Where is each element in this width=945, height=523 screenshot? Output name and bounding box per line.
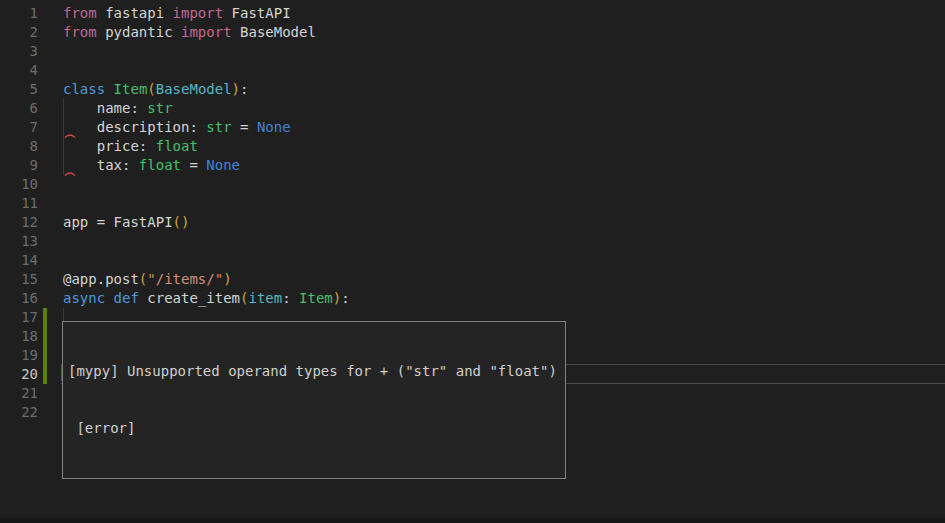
code-token: from — [63, 24, 97, 40]
line-number[interactable]: 19 — [0, 346, 38, 365]
code-line: 12app = FastAPI() — [0, 213, 945, 232]
git-gutter — [43, 137, 47, 156]
code-line-content[interactable] — [63, 42, 945, 61]
code-line: 6 name: str — [0, 99, 945, 118]
code-editor[interactable]: 1from fastapi import FastAPI2from pydant… — [0, 0, 945, 523]
code-token: = — [232, 119, 257, 135]
window-bottom-edge — [0, 518, 945, 523]
code-line-content[interactable]: price: float — [63, 137, 945, 156]
line-number[interactable]: 9 — [0, 156, 38, 175]
code-token: FastAPI — [223, 5, 290, 21]
code-line-content[interactable] — [63, 251, 945, 270]
git-gutter-added-bar — [43, 327, 47, 346]
code-line-content[interactable] — [63, 175, 945, 194]
code-token: Item — [114, 81, 148, 97]
line-number[interactable]: 11 — [0, 194, 38, 213]
line-number[interactable]: 7 — [0, 118, 38, 137]
git-gutter-added-bar — [43, 346, 47, 365]
code-token: ) — [232, 81, 240, 97]
code-line-content[interactable]: name: str — [63, 99, 945, 118]
line-number[interactable]: 14 — [0, 251, 38, 270]
code-token: BaseModel — [156, 81, 232, 97]
line-number[interactable]: 20 — [0, 365, 38, 384]
code-token: price: — [63, 138, 156, 154]
code-token: None — [257, 119, 291, 135]
code-line: 15@app.post("/items/") — [0, 270, 945, 289]
diagnostic-severity: [error] — [68, 419, 560, 438]
code-line: 7 description: str = None — [0, 118, 945, 137]
code-line-content[interactable]: class Item(BaseModel): — [63, 80, 945, 99]
git-gutter — [43, 4, 47, 23]
git-gutter — [43, 194, 47, 213]
line-number[interactable]: 3 — [0, 42, 38, 61]
line-number[interactable]: 6 — [0, 99, 38, 118]
git-gutter — [43, 213, 47, 232]
code-line: 5class Item(BaseModel): — [0, 80, 945, 99]
code-line-content[interactable]: app = FastAPI() — [63, 213, 945, 232]
code-token: description: — [63, 119, 206, 135]
git-gutter — [43, 61, 47, 80]
code-token: item — [248, 290, 282, 306]
git-gutter — [43, 80, 47, 99]
code-line-content[interactable] — [63, 232, 945, 251]
line-number[interactable]: 10 — [0, 175, 38, 194]
git-gutter — [43, 384, 47, 403]
line-number[interactable]: 4 — [0, 61, 38, 80]
code-token — [105, 81, 113, 97]
code-token: import — [173, 5, 224, 21]
code-line: 9 tax: float = None — [0, 156, 945, 175]
code-line: 3 — [0, 42, 945, 61]
code-token: : — [341, 290, 349, 306]
code-line: 2from pydantic import BaseModel — [0, 23, 945, 42]
code-line-content[interactable]: tax: float = None — [63, 156, 945, 175]
line-number[interactable]: 18 — [0, 327, 38, 346]
code-line-content[interactable] — [63, 61, 945, 80]
code-line-content[interactable]: from fastapi import FastAPI — [63, 4, 945, 23]
code-token: ) — [223, 271, 231, 287]
code-token: class — [63, 81, 105, 97]
code-line: 8 price: float — [0, 137, 945, 156]
line-number[interactable]: 1 — [0, 4, 38, 23]
code-line: 14 — [0, 251, 945, 270]
diagnostic-tooltip: [mypy] Unsupported operand types for + (… — [62, 321, 566, 479]
code-line: 13 — [0, 232, 945, 251]
git-gutter — [43, 251, 47, 270]
git-gutter — [43, 99, 47, 118]
git-gutter — [43, 23, 47, 42]
line-number[interactable]: 15 — [0, 270, 38, 289]
code-token: def — [114, 290, 139, 306]
line-number[interactable]: 22 — [0, 403, 38, 422]
line-number[interactable]: 5 — [0, 80, 38, 99]
code-token: app = FastAPI — [63, 214, 173, 230]
code-line-content[interactable]: description: str = None — [63, 118, 945, 137]
code-line-content[interactable]: @app.post("/items/") — [63, 270, 945, 289]
git-gutter — [43, 403, 47, 422]
code-token: : — [240, 81, 248, 97]
code-token: @app.post — [63, 271, 139, 287]
code-token: ) — [333, 290, 341, 306]
code-token: ( — [147, 81, 155, 97]
code-line: 16async def create_item(item: Item): — [0, 289, 945, 308]
indent-guide — [63, 137, 64, 156]
code-token: BaseModel — [232, 24, 316, 40]
code-line-content[interactable] — [63, 194, 945, 213]
line-number[interactable]: 21 — [0, 384, 38, 403]
code-line: 4 — [0, 61, 945, 80]
code-token: from — [63, 5, 97, 21]
code-token: "/items/" — [147, 271, 223, 287]
code-token: str — [147, 100, 172, 116]
line-number[interactable]: 13 — [0, 232, 38, 251]
code-line: 11 — [0, 194, 945, 213]
line-number[interactable]: 2 — [0, 23, 38, 42]
line-number[interactable]: 17 — [0, 308, 38, 327]
git-gutter-added-bar — [43, 365, 47, 384]
code-line: 1from fastapi import FastAPI — [0, 4, 945, 23]
code-line-content[interactable]: from pydantic import BaseModel — [63, 23, 945, 42]
code-token: name: — [63, 100, 147, 116]
code-line-content[interactable]: async def create_item(item: Item): — [63, 289, 945, 308]
line-number[interactable]: 12 — [0, 213, 38, 232]
line-number[interactable]: 16 — [0, 289, 38, 308]
code-token: : — [282, 290, 299, 306]
git-gutter — [43, 232, 47, 251]
line-number[interactable]: 8 — [0, 137, 38, 156]
